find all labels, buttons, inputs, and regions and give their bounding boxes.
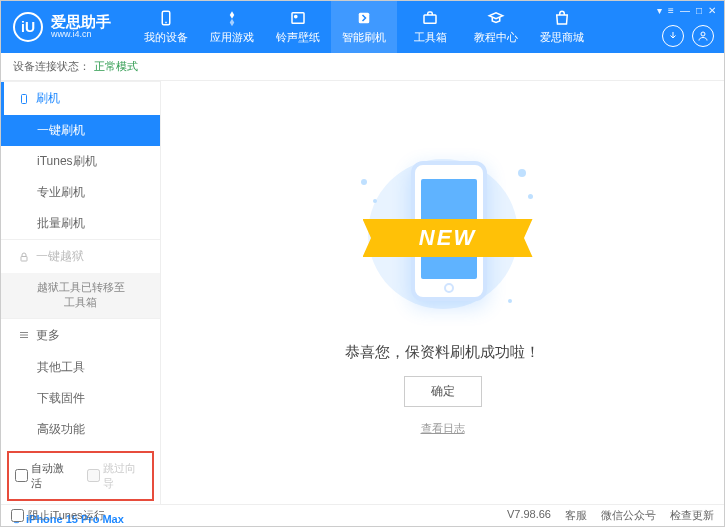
footer-link-update[interactable]: 检查更新: [670, 508, 714, 523]
confirm-button[interactable]: 确定: [404, 376, 482, 407]
status-value: 正常模式: [94, 59, 138, 74]
download-button[interactable]: [662, 25, 684, 47]
app-header: iU 爱思助手 www.i4.cn 我的设备 应用游戏 铃声壁纸 智能刷机 工具…: [1, 1, 724, 53]
lock-icon: [18, 251, 30, 263]
apps-icon: [223, 9, 241, 27]
sidebar-header-jailbreak: 一键越狱: [1, 240, 160, 273]
nav-tab-ringtone[interactable]: 铃声壁纸: [265, 1, 331, 53]
flash-icon: [355, 9, 373, 27]
svg-rect-5: [424, 15, 436, 23]
nav-tabs: 我的设备 应用游戏 铃声壁纸 智能刷机 工具箱 教程中心 爱思商城: [133, 1, 595, 53]
checkbox-auto-activate[interactable]: 自动激活: [15, 461, 75, 491]
nav-tab-toolbox[interactable]: 工具箱: [397, 1, 463, 53]
sidebar-jailbreak-notice: 越狱工具已转移至 工具箱: [1, 273, 160, 318]
sidebar-header-label: 一键越狱: [36, 248, 84, 265]
minimize-icon[interactable]: —: [680, 5, 690, 16]
list-icon: [18, 329, 30, 341]
maximize-icon[interactable]: □: [696, 5, 702, 16]
footer-link-wechat[interactable]: 微信公众号: [601, 508, 656, 523]
status-label: 设备连接状态：: [13, 59, 90, 74]
checkbox-input[interactable]: [11, 509, 24, 522]
svg-point-3: [295, 15, 297, 17]
sidebar-item-batch[interactable]: 批量刷机: [1, 208, 160, 239]
footer-link-support[interactable]: 客服: [565, 508, 587, 523]
nav-label: 爱思商城: [540, 30, 584, 45]
toolbox-icon: [421, 9, 439, 27]
nav-label: 工具箱: [414, 30, 447, 45]
nav-tab-flash[interactable]: 智能刷机: [331, 1, 397, 53]
nav-tab-device[interactable]: 我的设备: [133, 1, 199, 53]
nav-label: 应用游戏: [210, 30, 254, 45]
menu-icon[interactable]: ▾: [657, 5, 662, 16]
app-subtitle: www.i4.cn: [51, 30, 111, 40]
nav-label: 我的设备: [144, 30, 188, 45]
sidebar-item-pro[interactable]: 专业刷机: [1, 177, 160, 208]
sidebar-item-itunes[interactable]: iTunes刷机: [1, 146, 160, 177]
sidebar-header-more[interactable]: 更多: [1, 319, 160, 352]
status-bar: 设备连接状态： 正常模式: [1, 53, 724, 81]
svg-rect-8: [21, 256, 27, 261]
nav-tab-tutorial[interactable]: 教程中心: [463, 1, 529, 53]
sidebar-item-oneclick[interactable]: 一键刷机: [1, 115, 160, 146]
sidebar-header-label: 刷机: [36, 90, 60, 107]
checkbox-input[interactable]: [15, 469, 28, 482]
download-icon: [667, 30, 679, 42]
phone-icon: [157, 9, 175, 27]
phone-small-icon: [18, 93, 30, 105]
checkbox-skip-guide[interactable]: 跳过向导: [87, 461, 147, 491]
sidebar-header-label: 更多: [36, 327, 60, 344]
nav-tab-apps[interactable]: 应用游戏: [199, 1, 265, 53]
checkbox-label: 跳过向导: [103, 461, 147, 491]
svg-rect-7: [22, 94, 27, 103]
svg-rect-4: [359, 13, 370, 24]
checkbox-block-itunes[interactable]: 阻止iTunes运行: [11, 508, 105, 523]
success-illustration: NEW: [353, 149, 533, 329]
svg-rect-2: [292, 13, 304, 24]
sidebar-item-download-fw[interactable]: 下载固件: [1, 383, 160, 414]
checkbox-label: 阻止iTunes运行: [28, 508, 105, 523]
graduation-icon: [487, 9, 505, 27]
options-highlighted-box: 自动激活 跳过向导: [7, 451, 154, 501]
user-button[interactable]: [692, 25, 714, 47]
app-title: 爱思助手: [51, 14, 111, 31]
nav-label: 教程中心: [474, 30, 518, 45]
sidebar-item-advanced[interactable]: 高级功能: [1, 414, 160, 445]
user-icon: [697, 30, 709, 42]
logo-area: iU 爱思助手 www.i4.cn: [1, 12, 123, 42]
image-icon: [289, 9, 307, 27]
sidebar-header-flash[interactable]: 刷机: [1, 82, 160, 115]
nav-label: 铃声壁纸: [276, 30, 320, 45]
main-content: NEW 恭喜您，保资料刷机成功啦！ 确定 查看日志: [161, 81, 724, 504]
window-controls: ▾ ≡ — □ ✕: [657, 5, 716, 16]
bag-icon: [553, 9, 571, 27]
version-label: V7.98.66: [507, 508, 551, 523]
nav-label: 智能刷机: [342, 30, 386, 45]
checkbox-input[interactable]: [87, 469, 100, 482]
close-icon[interactable]: ✕: [708, 5, 716, 16]
settings-icon[interactable]: ≡: [668, 5, 674, 16]
app-logo-icon: iU: [13, 12, 43, 42]
sidebar-item-other-tools[interactable]: 其他工具: [1, 352, 160, 383]
nav-tab-store[interactable]: 爱思商城: [529, 1, 595, 53]
checkbox-label: 自动激活: [31, 461, 75, 491]
success-message: 恭喜您，保资料刷机成功啦！: [345, 343, 540, 362]
sidebar: 刷机 一键刷机 iTunes刷机 专业刷机 批量刷机 一键越狱 越狱工具已转移至…: [1, 81, 161, 504]
new-ribbon: NEW: [363, 219, 533, 257]
view-log-link[interactable]: 查看日志: [421, 421, 465, 436]
svg-point-6: [701, 32, 705, 36]
